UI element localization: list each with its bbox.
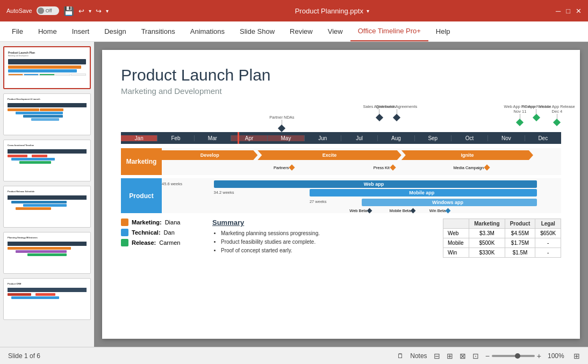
budget-header-marketing: Marketing [469,219,505,229]
slide-thumb-3[interactable]: 3 Cross-functional Timeline [3,140,91,181]
zoom-pct[interactable]: 100% [548,352,567,360]
menu-animations[interactable]: Animations [183,21,232,41]
autosave-toggle[interactable]: Off [37,6,59,15]
slide-thumb-4[interactable]: 4 Product Release Schedule [3,186,91,228]
reading-view-icon[interactable]: ⊠ [460,352,466,360]
normal-view-icon[interactable]: ⊟ [434,352,440,360]
slide-content-area: Product Launch Plan Marketing and Develo… [94,42,588,347]
menu-transitions[interactable]: Transitions [134,21,183,41]
month-nov: Nov [488,135,525,141]
menu-file[interactable]: File [4,21,31,41]
main-area: 1 Product Launch Plan Marketing and Deve… [0,42,588,347]
presskit-icon: Press Kit [374,163,395,172]
marketing-label: Marketing [121,148,162,175]
undo-dropdown-icon[interactable]: ▾ [89,8,91,14]
budget-row-mobile: Mobile $500K $1.75M - [443,238,561,248]
marketing-bars: Develop Excite Ignite [162,148,561,175]
month-feb: Feb [157,135,194,141]
customize-icon[interactable]: ▾ [106,8,109,14]
arrow-excite: Excite [257,150,401,160]
notes-label[interactable]: Notes [410,352,427,360]
slide-preview-3: Cross-functional Timeline [6,142,88,179]
mobileapp-bar: Mobile app [310,189,537,196]
menu-officetimeline[interactable]: Office Timeline Pro+ [350,21,428,41]
budget-row-win: Win $330K $1.5M - [443,248,561,258]
legend-release-person: Carmen [159,239,180,246]
marketing-row: Marketing Develop Excite [121,148,561,175]
month-jan: Jan [121,135,157,141]
legend-release: Release: Carmen [121,239,202,246]
winapp-bar: Windows app [362,199,537,206]
zoom-slider[interactable] [492,355,535,357]
menu-review[interactable]: Review [282,21,320,41]
winbeta-label: Win Beta [429,208,450,213]
slide-preview-5: Planning Strategy Milestones [6,235,88,271]
title-bar-left: AutoSave Off 💾 ↩ ▾ ↪ ▾ [6,6,109,16]
zoom-minus[interactable]: − [485,352,490,360]
budget-mobile-legal: - [535,238,561,248]
red-marker [238,132,239,144]
month-aug: Aug [378,135,414,141]
menu-insert[interactable]: Insert [64,21,97,41]
legend-marketing-label: Marketing: [132,219,162,225]
undo-icon[interactable]: ↩ [78,7,84,15]
month-may: May [268,135,304,141]
slide-preview-1: Product Launch Plan Marketing and Develo… [6,49,88,86]
notes-icon[interactable]: 🗒 [397,352,404,360]
webbeta-label: Web Beta [349,208,371,213]
file-dropdown-icon[interactable]: ▾ [367,8,369,14]
legend-technical: Technical: Dan [121,229,202,236]
budget-data-table: Marketing Product Legal Web $3.3M $4.55M… [443,219,561,258]
slide-title: Product Launch Plan [121,66,561,84]
slide-sorter-icon[interactable]: ⊞ [447,352,453,360]
month-dec: Dec [525,135,561,141]
slide-thumb-6[interactable]: 6 Product CRM [3,278,91,320]
status-bar-right: 🗒 Notes ⊟ ⊞ ⊠ ⊡ − + 100% ⊞ [397,352,580,360]
legend-swatch-release [121,239,128,246]
menu-home[interactable]: Home [31,21,64,41]
budget-web-label: Web [443,229,469,238]
close-icon[interactable]: ✕ [576,7,582,15]
menu-design[interactable]: Design [97,21,133,41]
month-oct: Oct [451,135,488,141]
product-bars: 45.6 weeks Web app 34.2 weeks Mobile app… [162,178,561,213]
restore-icon[interactable]: □ [566,7,570,15]
budget-mobile-label: Mobile [443,238,469,248]
budget-win-label: Win [443,248,469,258]
webapp-weeks: 45.6 weeks [162,181,182,186]
slide-thumb-1[interactable]: 1 Product Launch Plan Marketing and Deve… [3,46,91,89]
autosave-knob [38,8,44,14]
legend-technical-person: Dan [164,229,175,236]
title-bar-right: ─ □ ✕ [556,7,582,15]
save-icon[interactable]: 💾 [63,6,74,16]
marketing-arrows: Develop Excite Ignite [162,150,561,161]
menu-help[interactable]: Help [428,21,458,41]
slide-subtitle: Marketing and Development [121,86,561,96]
slide-thumb-5[interactable]: 5 Planning Strategy Milestones [3,232,91,274]
autosave-state: Off [46,8,52,13]
budget-win-product: $1.5M [505,248,535,258]
budget-table: Marketing Product Legal Web $3.3M $4.55M… [443,219,561,258]
minimize-icon[interactable]: ─ [556,7,561,15]
menu-bar: File Home Insert Design Transitions Anim… [0,21,588,42]
marketing-content: Develop Excite Ignite [162,148,561,175]
month-jun: Jun [305,135,341,141]
legend-swatch-marketing [121,219,128,226]
slide-thumb-2[interactable]: 2 Product Development & Launch [3,93,91,135]
summary-list: Marketing planning sessions progressing.… [212,229,432,255]
presentation-icon[interactable]: ⊡ [472,352,479,360]
mediacampaign-diamond [484,164,490,170]
month-apr: Apr [231,135,268,141]
budget-web-legal: $650K [535,229,561,238]
status-bar: Slide 1 of 6 🗒 Notes ⊟ ⊞ ⊠ ⊡ − + 100% ⊞ [0,347,588,364]
product-row: Product 45.6 weeks Web app 34.2 weeks Mo… [121,178,561,213]
mediacampaign-icon: Media Campaign [453,163,489,172]
fit-icon[interactable]: ⊞ [573,352,580,360]
menu-view[interactable]: View [320,21,350,41]
redo-icon[interactable]: ↪ [96,7,102,15]
timeline-section: Partner NDAs Sales Agreements Distributo… [121,104,561,144]
zoom-plus[interactable]: + [537,352,541,360]
budget-mobile-marketing: $500K [469,238,505,248]
menu-slideshow[interactable]: Slide Show [232,21,282,41]
milestone-distributor: Distributor Agreements [376,104,417,120]
